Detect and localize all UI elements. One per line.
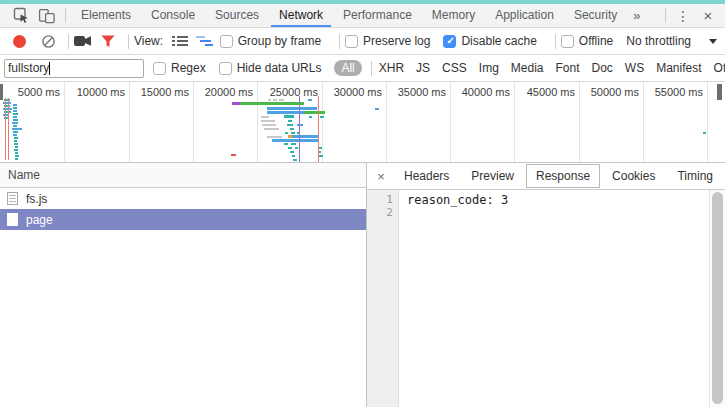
close-details-icon[interactable]: × bbox=[372, 169, 390, 184]
filter-input[interactable]: fullstory bbox=[4, 59, 144, 78]
type-filter-all[interactable]: All bbox=[334, 60, 361, 76]
tab-performance[interactable]: Performance bbox=[333, 4, 422, 27]
tab-preview[interactable]: Preview bbox=[461, 164, 524, 188]
timeline-gridline bbox=[707, 82, 708, 162]
throttling-caret-icon[interactable] bbox=[709, 39, 717, 44]
scrollbar-track[interactable] bbox=[709, 190, 725, 407]
tab-memory[interactable]: Memory bbox=[422, 4, 485, 27]
tab-elements[interactable]: Elements bbox=[71, 4, 141, 27]
waterfall-bar bbox=[268, 99, 271, 101]
type-filter-other[interactable]: Other bbox=[712, 60, 725, 76]
tab-timing[interactable]: Timing bbox=[667, 164, 723, 188]
response-viewer: 1 2 reason_code: 3 bbox=[367, 190, 725, 407]
tab-security[interactable]: Security bbox=[564, 4, 627, 27]
timeline-tick-label: 20000 ms bbox=[183, 86, 253, 98]
tab-headers[interactable]: Headers bbox=[394, 164, 459, 188]
offline-label[interactable]: Offline bbox=[579, 34, 613, 48]
waterfall-bar bbox=[375, 108, 379, 110]
request-details-panel: × Headers Preview Response Cookies Timin… bbox=[367, 163, 725, 407]
waterfall-bar bbox=[13, 110, 17, 112]
group-by-frame-label[interactable]: Group by frame bbox=[238, 34, 321, 48]
timeline-tick-label: 15000 ms bbox=[119, 86, 189, 98]
tab-application[interactable]: Application bbox=[485, 4, 564, 27]
type-filter-ws[interactable]: WS bbox=[623, 60, 646, 76]
close-devtools-icon[interactable]: × bbox=[695, 7, 721, 24]
tab-cookies[interactable]: Cookies bbox=[602, 164, 665, 188]
waterfall-bar bbox=[290, 128, 294, 130]
type-filter-doc[interactable]: Doc bbox=[590, 60, 615, 76]
regex-checkbox[interactable] bbox=[153, 62, 166, 75]
disable-cache-label[interactable]: Disable cache bbox=[461, 34, 536, 48]
type-filter-img[interactable]: Img bbox=[477, 60, 501, 76]
waterfall-bar bbox=[320, 116, 324, 118]
screenshot-camera-icon[interactable] bbox=[74, 31, 92, 51]
table-row-fsjs[interactable]: fs.js bbox=[0, 188, 366, 209]
clear-icon[interactable] bbox=[39, 31, 57, 51]
type-filter-js[interactable]: JS bbox=[414, 60, 432, 76]
tab-console[interactable]: Console bbox=[141, 4, 205, 27]
filter-bar: fullstory Regex Hide data URLs All XHR J… bbox=[0, 55, 725, 82]
throttling-select[interactable]: No throttling bbox=[626, 34, 691, 48]
timeline-tick-label: 35000 ms bbox=[376, 86, 446, 98]
group-by-frame-checkbox[interactable] bbox=[220, 35, 233, 48]
waterfall-bar bbox=[13, 119, 18, 121]
tab-network[interactable]: Network bbox=[269, 4, 333, 27]
waterfall-bar bbox=[291, 143, 296, 145]
waterfall-bar bbox=[15, 146, 18, 148]
waterfall-bar bbox=[279, 99, 284, 101]
hide-data-urls-label[interactable]: Hide data URLs bbox=[237, 61, 322, 75]
divider bbox=[665, 8, 666, 23]
waterfall-bar bbox=[13, 113, 18, 115]
waterfall-bar bbox=[261, 116, 269, 118]
divider bbox=[339, 34, 340, 49]
type-filter-css[interactable]: CSS bbox=[440, 60, 469, 76]
type-filter-media[interactable]: Media bbox=[509, 60, 546, 76]
regex-label[interactable]: Regex bbox=[171, 61, 206, 75]
tab-response[interactable]: Response bbox=[526, 164, 600, 188]
line-number-gutter: 1 2 bbox=[367, 190, 399, 407]
waterfall-bar bbox=[295, 147, 298, 149]
type-filter-manifest[interactable]: Manifest bbox=[654, 60, 703, 76]
preserve-log-label[interactable]: Preserve log bbox=[363, 34, 430, 48]
waterfall-bar bbox=[297, 124, 303, 126]
waterfall-bar bbox=[13, 131, 18, 133]
timeline-tick-label: 25000 ms bbox=[248, 86, 318, 98]
hide-data-urls-checkbox[interactable] bbox=[219, 62, 232, 75]
waterfall-view-icon[interactable] bbox=[195, 31, 213, 51]
tab-sources[interactable]: Sources bbox=[205, 4, 269, 27]
main-tabbar: Elements Console Sources Network Perform… bbox=[0, 4, 725, 28]
waterfall-bar bbox=[308, 99, 312, 101]
scrollbar-thumb[interactable] bbox=[712, 192, 723, 404]
disable-cache-checkbox[interactable] bbox=[443, 35, 456, 48]
divider bbox=[65, 8, 66, 23]
preserve-log-checkbox[interactable] bbox=[345, 35, 358, 48]
inspect-element-icon[interactable] bbox=[8, 5, 34, 27]
waterfall-bar bbox=[291, 132, 295, 134]
filter-funnel-icon[interactable] bbox=[99, 31, 117, 51]
table-row-page[interactable]: page bbox=[0, 209, 366, 230]
type-filter-xhr[interactable]: XHR bbox=[377, 60, 406, 76]
line-number: 1 bbox=[367, 193, 398, 206]
timeline-overview[interactable]: 5000 ms10000 ms15000 ms20000 ms25000 ms3… bbox=[0, 82, 725, 163]
waterfall-bar bbox=[15, 158, 18, 160]
request-name: page bbox=[26, 213, 53, 227]
waterfall-bar bbox=[14, 149, 18, 151]
script-file-icon bbox=[7, 192, 18, 205]
overflow-menu-icon[interactable]: ⋮ bbox=[671, 8, 695, 24]
type-filter-font[interactable]: Font bbox=[554, 60, 582, 76]
waterfall-bar bbox=[240, 102, 304, 105]
waterfall-bar bbox=[14, 143, 18, 145]
waterfall-bar bbox=[309, 116, 312, 118]
name-column-header[interactable]: Name bbox=[0, 163, 366, 188]
overview-scrubber-right[interactable] bbox=[717, 84, 722, 100]
offline-checkbox[interactable] bbox=[561, 35, 574, 48]
waterfall-bar bbox=[284, 115, 294, 118]
waterfall-bar bbox=[14, 140, 17, 142]
device-toolbar-icon[interactable] bbox=[34, 5, 60, 27]
details-tabbar: × Headers Preview Response Cookies Timin… bbox=[367, 163, 725, 190]
list-view-icon[interactable] bbox=[171, 31, 189, 51]
record-button[interactable] bbox=[13, 35, 26, 48]
divider bbox=[128, 34, 129, 49]
more-tabs-icon[interactable]: » bbox=[627, 8, 646, 23]
waterfall-bar bbox=[15, 155, 19, 157]
